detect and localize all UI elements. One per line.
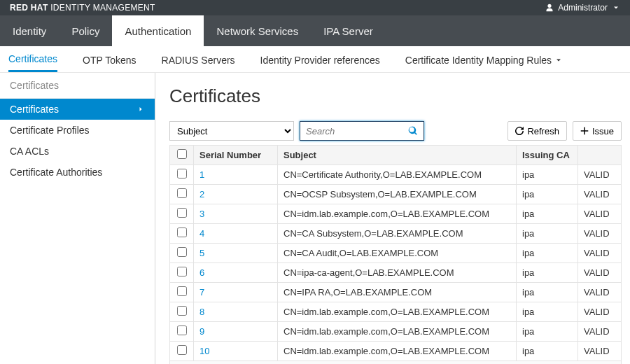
serial-link[interactable]: 6	[200, 267, 204, 278]
cell-subject: CN=Certificate Authority,O=LAB.EXAMPLE.C…	[278, 165, 517, 185]
row-checkbox[interactable]	[177, 286, 187, 296]
table-footer: 10 certificates matched	[170, 361, 622, 365]
serial-link[interactable]: 9	[200, 326, 204, 337]
row-checkbox[interactable]	[177, 188, 187, 198]
table-row: 4CN=CA Subsystem,O=LAB.EXAMPLE.COMipaVAL…	[170, 224, 622, 244]
select-all-checkbox[interactable]	[177, 149, 187, 159]
search-icon[interactable]	[408, 126, 418, 136]
search-input[interactable]	[306, 126, 397, 136]
row-checkbox[interactable]	[177, 208, 187, 218]
table-row: 3CN=idm.lab.example.com,O=LAB.EXAMPLE.CO…	[170, 204, 622, 224]
filter-select[interactable]: Subject	[169, 121, 294, 141]
serial-link[interactable]: 2	[200, 189, 204, 200]
user-menu[interactable]: Administrator	[545, 3, 620, 13]
row-checkbox[interactable]	[177, 267, 187, 276]
subnav-radius-servers[interactable]: RADIUS Servers	[162, 48, 235, 71]
col-issuing-ca[interactable]: Issuing CA	[517, 146, 578, 165]
table-row: 8CN=idm.lab.example.com,O=LAB.EXAMPLE.CO…	[170, 302, 622, 322]
nav-ipa-server[interactable]: IPA Server	[311, 15, 386, 46]
issue-button[interactable]: Issue	[573, 121, 622, 141]
cell-subject: CN=IPA RA,O=LAB.EXAMPLE.COM	[278, 283, 517, 302]
refresh-icon	[515, 127, 524, 135]
brand-prefix: RED HAT	[10, 3, 48, 13]
chevron-down-icon	[612, 4, 620, 12]
toolbar: Subject Refresh Issue	[169, 121, 622, 141]
cell-status: VALID	[578, 204, 622, 224]
user-name: Administrator	[558, 3, 608, 13]
certificates-table: Serial Number Subject Issuing CA 1CN=Cer…	[169, 145, 622, 364]
sub-nav: CertificatesOTP TokensRADIUS ServersIden…	[0, 46, 630, 73]
table-row: 2CN=OCSP Subsystem,O=LAB.EXAMPLE.COMipaV…	[170, 185, 622, 204]
sidebar-item-certificates[interactable]: Certificates	[0, 99, 155, 120]
cell-issuing-ca: ipa	[517, 263, 578, 283]
sidebar-header: Certificates	[0, 73, 155, 99]
cell-issuing-ca: ipa	[517, 224, 578, 244]
cell-status: VALID	[578, 322, 622, 342]
nav-network-services[interactable]: Network Services	[204, 15, 311, 46]
serial-link[interactable]: 8	[200, 307, 204, 317]
main-nav: IdentityPolicyAuthenticationNetwork Serv…	[0, 15, 630, 46]
brand-suffix: IDENTITY MANAGEMENT	[48, 3, 155, 13]
cell-issuing-ca: ipa	[517, 283, 578, 302]
subnav-otp-tokens[interactable]: OTP Tokens	[83, 48, 136, 71]
table-row: 10CN=idm.lab.example.com,O=LAB.EXAMPLE.C…	[170, 342, 622, 361]
nav-identity[interactable]: Identity	[0, 15, 59, 46]
serial-link[interactable]: 1	[200, 169, 204, 180]
subnav-identity-provider-references[interactable]: Identity Provider references	[260, 48, 380, 71]
cell-status: VALID	[578, 342, 622, 361]
cell-subject: CN=idm.lab.example.com,O=LAB.EXAMPLE.COM	[278, 302, 517, 322]
col-serial[interactable]: Serial Number	[194, 146, 278, 165]
sidebar-item-certificate-profiles[interactable]: Certificate Profiles	[0, 120, 155, 141]
subnav-certificates[interactable]: Certificates	[8, 46, 57, 72]
cell-status: VALID	[578, 165, 622, 185]
main-content: Certificates Subject Refresh Issue	[155, 73, 630, 364]
nav-policy[interactable]: Policy	[59, 15, 112, 46]
cell-status: VALID	[578, 185, 622, 204]
cell-subject: CN=CA Audit,O=LAB.EXAMPLE.COM	[278, 244, 517, 263]
cell-issuing-ca: ipa	[517, 185, 578, 204]
cell-subject: CN=idm.lab.example.com,O=LAB.EXAMPLE.COM	[278, 322, 517, 342]
row-checkbox[interactable]	[177, 247, 187, 257]
cell-issuing-ca: ipa	[517, 322, 578, 342]
refresh-button[interactable]: Refresh	[507, 121, 567, 141]
row-checkbox[interactable]	[177, 227, 187, 237]
cell-subject: CN=OCSP Subsystem,O=LAB.EXAMPLE.COM	[278, 185, 517, 204]
cell-subject: CN=ipa-ca-agent,O=LAB.EXAMPLE.COM	[278, 263, 517, 283]
nav-authentication[interactable]: Authentication	[112, 15, 204, 46]
table-row: 9CN=idm.lab.example.com,O=LAB.EXAMPLE.CO…	[170, 322, 622, 342]
cell-issuing-ca: ipa	[517, 342, 578, 361]
serial-link[interactable]: 7	[200, 287, 204, 298]
cell-status: VALID	[578, 302, 622, 322]
col-status[interactable]	[578, 146, 622, 165]
table-row: 5CN=CA Audit,O=LAB.EXAMPLE.COMipaVALID	[170, 244, 622, 263]
cell-subject: CN=idm.lab.example.com,O=LAB.EXAMPLE.COM	[278, 342, 517, 361]
cell-subject: CN=idm.lab.example.com,O=LAB.EXAMPLE.COM	[278, 204, 517, 224]
cell-issuing-ca: ipa	[517, 302, 578, 322]
row-checkbox[interactable]	[177, 345, 187, 355]
subnav-certificate-identity-mapping-rules[interactable]: Certificate Identity Mapping Rules	[405, 48, 563, 71]
plus-icon	[580, 127, 589, 135]
col-subject[interactable]: Subject	[278, 146, 517, 165]
row-checkbox[interactable]	[177, 306, 187, 316]
cell-status: VALID	[578, 224, 622, 244]
cell-issuing-ca: ipa	[517, 204, 578, 224]
user-icon	[545, 4, 554, 12]
serial-link[interactable]: 10	[200, 346, 209, 356]
cell-status: VALID	[578, 283, 622, 302]
table-row: 7CN=IPA RA,O=LAB.EXAMPLE.COMipaVALID	[170, 283, 622, 302]
row-checkbox[interactable]	[177, 326, 187, 335]
serial-link[interactable]: 5	[200, 248, 204, 258]
row-checkbox[interactable]	[177, 169, 187, 178]
brand: RED HAT IDENTITY MANAGEMENT	[10, 3, 155, 13]
sidebar-item-ca-acls[interactable]: CA ACLs	[0, 141, 155, 162]
serial-link[interactable]: 4	[200, 228, 204, 239]
cell-subject: CN=CA Subsystem,O=LAB.EXAMPLE.COM	[278, 224, 517, 244]
cell-issuing-ca: ipa	[517, 244, 578, 263]
cell-status: VALID	[578, 263, 622, 283]
serial-link[interactable]: 3	[200, 209, 204, 219]
chevron-down-icon	[554, 56, 563, 64]
sidebar: Certificates CertificatesCertificate Pro…	[0, 73, 155, 364]
page-title: Certificates	[169, 85, 622, 107]
search-box[interactable]	[300, 121, 424, 141]
sidebar-item-certificate-authorities[interactable]: Certificate Authorities	[0, 162, 155, 183]
